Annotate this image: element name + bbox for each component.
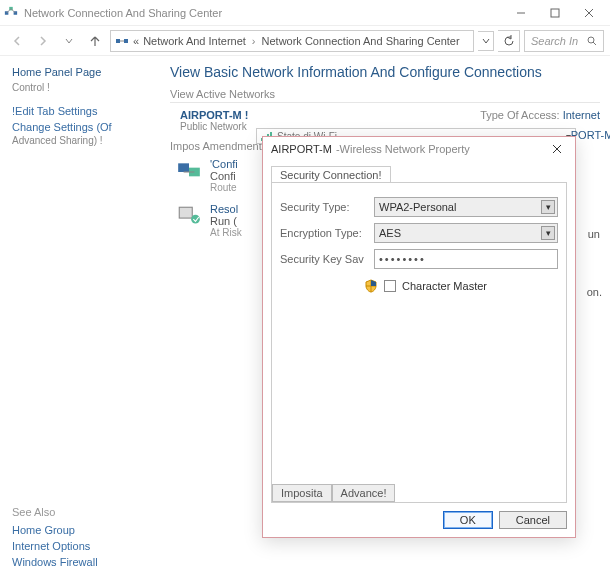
access-type-label: Type Of Access: [480,109,559,121]
refresh-button[interactable] [498,30,520,52]
item-resolve-title: Resol [210,203,242,215]
security-type-label: Security Type: [280,201,368,213]
window-title: Network Connection And Sharing Center [24,7,504,19]
config-icon [176,158,202,182]
address-dropdown[interactable] [478,31,494,51]
dialog-title-main: AIRPORT-M [271,143,332,155]
svg-rect-8 [124,39,128,43]
item-resolve-hint: At Risk [210,227,242,238]
breadcrumb-leaf[interactable]: Network Connection And Sharing Center [262,35,460,47]
sidebar-adv-sharing: Advanced Sharing) ! [12,135,148,146]
network-icon [115,34,129,48]
encryption-type-select[interactable]: AES ▾ [374,223,558,243]
dialog-tabs: Security Connection! [263,161,575,182]
breadcrumb-separator: « [133,35,139,47]
section-view-active: View Active Networks [170,88,600,103]
dialog-body: Security Type: WPA2-Personal ▾ Encryptio… [271,182,567,503]
item-config-title: 'Confi [210,158,238,170]
imposta-button[interactable]: Imposita [272,484,332,502]
window-titlebar: Network Connection And Sharing Center [0,0,610,26]
network-name: AIRPORT-M ! [180,109,248,121]
search-icon [587,36,597,46]
chevron-down-icon: ▾ [541,200,555,214]
svg-point-16 [191,215,200,224]
show-characters-label: Character Master [402,280,487,292]
item-config-sub: Confi [210,170,238,182]
ok-button[interactable]: OK [443,511,493,529]
resolve-icon [176,203,202,227]
page-title: View Basic Network Information And Confi… [170,64,600,80]
advance-button[interactable]: Advance! [332,484,396,502]
tab-security[interactable]: Security Connection! [271,166,391,183]
see-also-heading: See Also [12,506,148,518]
svg-rect-4 [551,9,559,17]
cancel-button[interactable]: Cancel [499,511,567,529]
security-key-label: Security Key Sav [280,253,368,265]
sidebar-link-windows-firewall[interactable]: Windows Firewall [12,556,148,568]
svg-line-11 [593,42,596,45]
address-bar[interactable]: « Network And Internet › Network Connect… [110,30,474,52]
svg-rect-7 [116,39,120,43]
security-type-value: WPA2-Personal [379,201,456,213]
svg-rect-15 [179,207,192,218]
sidebar-heading: Home Panel Page [12,66,148,78]
encryption-type-label: Encryption Type: [280,227,368,239]
forward-button[interactable] [32,30,54,52]
breadcrumb-parent[interactable]: Network And Internet [143,35,246,47]
minimize-button[interactable] [504,2,538,24]
shield-icon [364,279,378,293]
search-input[interactable]: Search In [524,30,604,52]
app-icon [4,6,18,20]
wireless-properties-dialog: AIRPORT-M -Wireless Network Property Sec… [262,136,576,538]
close-button[interactable] [572,2,606,24]
breadcrumb-chevron: › [252,35,256,47]
sidebar-link-change-settings[interactable]: Change Settings (Of [12,121,148,133]
dialog-close-button[interactable] [547,141,567,157]
sidebar-control-text: Control ! [12,82,148,93]
sidebar-link-internet-options[interactable]: Internet Options [12,540,148,552]
up-button[interactable] [84,30,106,52]
encryption-type-value: AES [379,227,401,239]
nav-row: « Network And Internet › Network Connect… [0,26,610,56]
sidebar-link-edit-tab[interactable]: !Edit Tab Settings [12,105,148,117]
truncated-text-un: un [588,228,600,240]
access-type-value: Internet [563,109,600,121]
show-characters-checkbox[interactable] [384,280,396,292]
search-placeholder: Search In [531,35,578,47]
security-key-value: •••••••• [379,253,426,265]
svg-rect-12 [178,164,189,173]
truncated-text-on: on. [587,286,602,298]
sidebar-link-homegroup[interactable]: Home Group [12,524,148,536]
item-resolve-sub: Run ( [210,215,242,227]
item-config-hint: Route [210,182,238,193]
maximize-button[interactable] [538,2,572,24]
chevron-down-icon: ▾ [541,226,555,240]
recent-dropdown[interactable] [58,30,80,52]
dialog-titlebar: AIRPORT-M -Wireless Network Property [263,137,575,161]
network-category: Public Network [180,121,248,132]
dialog-title-sub: -Wireless Network Property [336,143,470,155]
back-button[interactable] [6,30,28,52]
sidebar: Home Panel Page Control ! !Edit Tab Sett… [0,56,160,580]
security-key-input[interactable]: •••••••• [374,249,558,269]
wifi-name-suffix: PORT-M) [571,129,610,141]
security-type-select[interactable]: WPA2-Personal ▾ [374,197,558,217]
